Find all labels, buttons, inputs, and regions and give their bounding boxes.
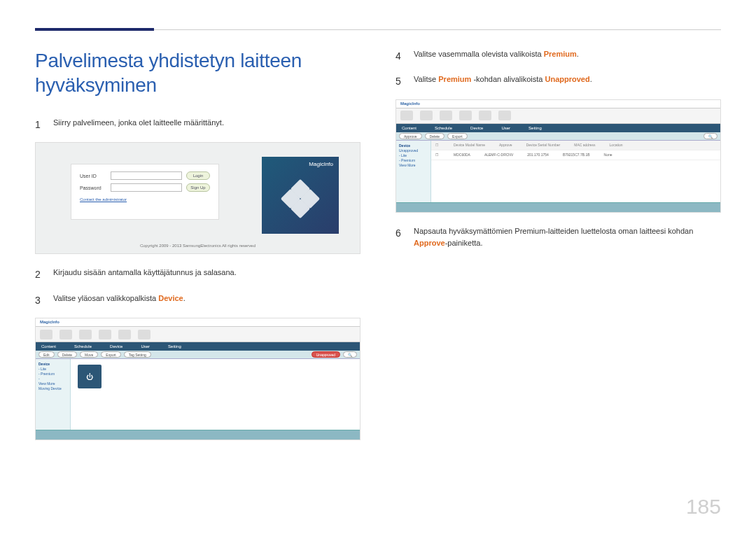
brand-label: MagicInfo [309,161,333,167]
copyright-text: Copyright 2009 - 2013 SamsungElectronics… [36,244,360,248]
brand-tile: MagicInfo [262,157,339,234]
step-text: Kirjaudu sisään antamalla käyttäjätunnus… [53,267,360,279]
tab-icon[interactable] [99,330,111,339]
step-number: 2 [35,267,43,282]
toolbar-item[interactable]: Content [41,344,56,349]
sub-button[interactable]: Delete [57,351,77,358]
list-header: ☐ Device Model Name Approve Device Seria… [431,141,720,150]
keyword-device: Device [158,294,183,302]
keyword-premium: Premium [438,75,471,83]
app-footer [36,430,360,440]
step-text: Siirry palvelimeen, jonka olet laitteell… [53,117,360,129]
toolbar-item[interactable]: Setting [168,344,181,349]
device-thumbnail[interactable]: ⏻ [78,365,102,388]
step-3: 3 Valitse yläosan valikkopalkista Device… [35,293,360,308]
app-tabs [36,327,360,342]
sub-button[interactable]: Delete [425,133,444,139]
toolbar-item[interactable]: Schedule [435,126,452,130]
password-input[interactable] [111,183,182,192]
power-icon: ⏻ [86,373,93,381]
sidebar: Device Unapproved - Lite - Premium View … [396,141,431,202]
tab-icon[interactable] [118,330,131,339]
page-heading: Palvelimesta yhdistetyn laitteen hyväksy… [35,48,360,97]
device-list: ☐ Device Model Name Approve Device Seria… [431,141,720,202]
sub-button[interactable]: Export [101,351,120,358]
app-titlebar: MagicInfo [36,318,360,327]
app-subtoolbar: Approve Delete Export 🔍 [396,132,720,141]
tab-icon[interactable] [59,330,72,339]
app-footer [396,202,720,212]
toolbar-item[interactable]: User [141,344,150,349]
userid-input[interactable] [111,171,182,180]
cube-icon [279,182,321,221]
step-4: 4 Valitse vasemmalla olevista valikoista… [396,48,721,64]
sidebar: Device - Lite - Premium - View More Movi… [36,359,71,430]
toolbar-item[interactable]: User [501,126,510,130]
step-6: 6 Napsauta hyväksymättömien Premium-lait… [396,225,721,250]
step-1: 1 Siirry palvelimeen, jonka olet laittee… [35,117,360,132]
toolbar-item[interactable]: Device [470,126,483,130]
tab-icon[interactable] [420,111,433,120]
step-number: 3 [35,293,43,308]
app-tabs [396,108,720,124]
keyword-premium: Premium [544,50,577,58]
tab-icon[interactable] [400,111,413,120]
login-panel: User ID Login Password Sign Up Contact t… [71,164,219,220]
unapproved-pill[interactable]: Unapproved [312,351,340,358]
step-text: Valitse yläosan valikkopalkista Device. [53,293,360,305]
app-titlebar: MagicInfo [396,100,720,108]
tab-icon[interactable] [498,111,511,120]
keyword-approve: Approve [414,239,445,247]
step-text: Napsauta hyväksymättömien Premium-laitte… [414,225,721,250]
signup-button[interactable]: Sign Up [186,183,210,192]
toolbar-item[interactable]: Content [402,126,416,130]
contact-admin-link[interactable]: Contact the administrator [80,197,210,202]
screenshot-unapproved-list: MagicInfo Content Schedule Device User S… [396,99,721,213]
step-number: 4 [396,48,404,64]
keyword-unapproved: Unapproved [545,75,590,83]
toolbar-item[interactable]: Schedule [74,344,92,349]
sub-button[interactable]: Move [80,351,98,358]
tab-icon[interactable] [79,330,92,339]
step-5: 5 Valitse Premium -kohdan alivalikoista … [396,73,721,89]
sub-button[interactable]: Export [447,133,467,139]
tab-icon[interactable] [40,330,52,339]
step-text: Valitse vasemmalla olevista valikoista P… [414,48,721,61]
tab-icon[interactable] [440,111,452,120]
toolbar-item[interactable]: Device [110,344,122,349]
page-number: 185 [686,495,721,519]
app-subtoolbar: Edit Delete Move Export Tag Setting Unap… [36,351,360,359]
app-toolbar: Content Schedule Device User Setting [36,342,360,351]
tab-icon[interactable] [459,111,472,120]
step-number: 6 [396,225,404,241]
toolbar-item[interactable]: Setting [528,126,542,130]
tab-icon[interactable] [138,330,150,339]
step-2: 2 Kirjaudu sisään antamalla käyttäjätunn… [35,267,360,282]
step-number: 1 [35,117,43,132]
list-row[interactable]: ☐ MDC60DA ALEMF-C-DRCNV 201.170.1754 B79… [431,150,720,160]
login-button[interactable]: Login [186,171,210,180]
sub-button[interactable]: Edit [38,351,55,358]
search-pill[interactable]: 🔍 [343,351,357,358]
sub-button[interactable]: Approve [399,133,422,139]
step-number: 5 [396,73,404,89]
screenshot-device-grid: MagicInfo Content Schedule Device User S… [35,318,360,440]
search-pill[interactable]: 🔍 [704,133,718,139]
userid-label: User ID [80,174,106,178]
password-label: Password [80,185,106,190]
tab-icon[interactable] [479,111,491,120]
sub-button[interactable]: Tag Setting [124,351,151,358]
app-toolbar: Content Schedule Device User Setting [396,124,720,132]
step-text: Valitse Premium -kohdan alivalikoista Un… [414,73,721,86]
screenshot-login: User ID Login Password Sign Up Contact t… [35,142,360,254]
device-canvas: ⏻ [71,359,360,430]
